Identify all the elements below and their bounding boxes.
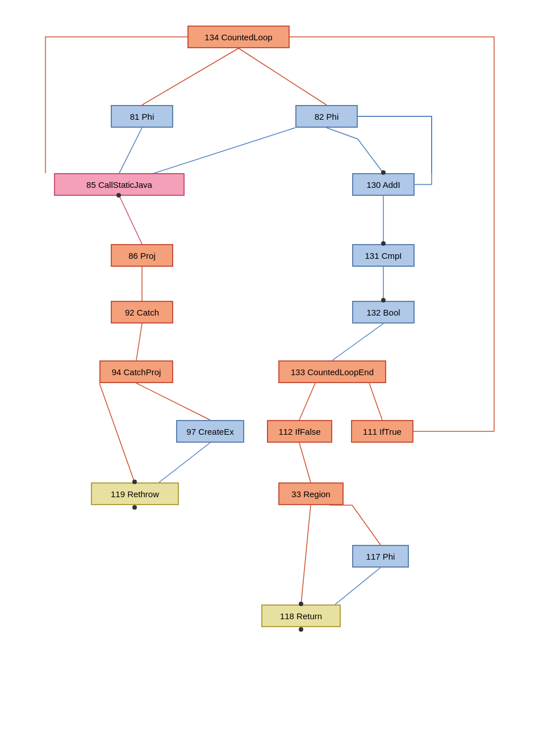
node-97: 97 CreateEx	[176, 420, 244, 443]
node-81: 81 Phi	[111, 105, 173, 128]
node-111: 111 IfTrue	[351, 420, 413, 443]
node-131: 131 CmpI	[352, 244, 415, 267]
node-112: 112 IfFalse	[267, 420, 332, 443]
node-92: 92 Catch	[111, 301, 173, 324]
node-119: 119 Rethrow	[91, 482, 179, 505]
node-130: 130 AddI	[352, 173, 415, 196]
dot-130	[381, 170, 386, 175]
dot-118-bottom	[299, 627, 303, 632]
dot-131	[381, 241, 386, 246]
node-133: 133 CountedLoopEnd	[278, 360, 386, 383]
connections-svg	[0, 0, 535, 756]
dot-119	[132, 480, 137, 484]
node-134: 134 CountedLoop	[187, 26, 290, 48]
dot-85	[116, 193, 121, 198]
node-94: 94 CatchProj	[99, 360, 173, 383]
dot-132	[381, 298, 386, 303]
node-82: 82 Phi	[295, 105, 358, 128]
node-85: 85 CallStaticJava	[54, 173, 185, 196]
node-118: 118 Return	[261, 604, 341, 627]
dot-118	[299, 602, 303, 606]
node-33: 33 Region	[278, 482, 344, 505]
node-117: 117 Phi	[352, 545, 409, 568]
node-86: 86 Proj	[111, 244, 173, 267]
node-132: 132 Bool	[352, 301, 415, 324]
dot-119-bottom	[132, 505, 137, 510]
